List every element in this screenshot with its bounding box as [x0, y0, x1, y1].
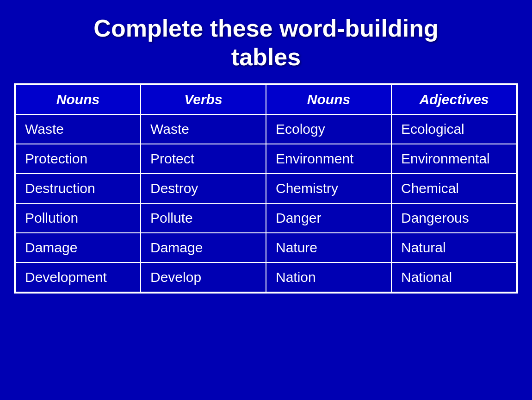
- cell-r1-c3: Environmental: [391, 144, 517, 174]
- cell-r5-c1: Develop: [141, 262, 266, 292]
- cell-r3-c0: Pollution: [15, 203, 141, 233]
- cell-r2-c3: Chemical: [391, 174, 517, 203]
- header-nouns-2: Nouns: [266, 85, 391, 114]
- cell-r1-c2: Environment: [266, 144, 391, 174]
- header-nouns-1: Nouns: [15, 85, 141, 114]
- cell-r5-c3: National: [391, 262, 517, 292]
- cell-r3-c3: Dangerous: [391, 203, 517, 233]
- table-header-row: Nouns Verbs Nouns Adjectives: [15, 85, 517, 114]
- cell-r0-c2: Ecology: [266, 114, 391, 144]
- cell-r2-c2: Chemistry: [266, 174, 391, 203]
- table-row: DamageDamageNatureNatural: [15, 233, 517, 262]
- cell-r3-c2: Danger: [266, 203, 391, 233]
- table-row: DevelopmentDevelopNationNational: [15, 262, 517, 292]
- cell-r0-c3: Ecological: [391, 114, 517, 144]
- table-row: DestructionDestroyChemistryChemical: [15, 174, 517, 203]
- cell-r5-c0: Development: [15, 262, 141, 292]
- cell-r4-c2: Nature: [266, 233, 391, 262]
- header-verbs: Verbs: [141, 85, 266, 114]
- header-adjectives: Adjectives: [391, 85, 517, 114]
- cell-r1-c0: Protection: [15, 144, 141, 174]
- table-row: WasteWasteEcologyEcological: [15, 114, 517, 144]
- cell-r4-c1: Damage: [141, 233, 266, 262]
- cell-r2-c0: Destruction: [15, 174, 141, 203]
- cell-r1-c1: Protect: [141, 144, 266, 174]
- cell-r2-c1: Destroy: [141, 174, 266, 203]
- word-building-table: Nouns Verbs Nouns Adjectives WasteWasteE…: [14, 83, 518, 294]
- cell-r0-c1: Waste: [141, 114, 266, 144]
- cell-r4-c0: Damage: [15, 233, 141, 262]
- table-row: PollutionPolluteDangerDangerous: [15, 203, 517, 233]
- cell-r4-c3: Natural: [391, 233, 517, 262]
- table-row: ProtectionProtectEnvironmentEnvironmenta…: [15, 144, 517, 174]
- cell-r3-c1: Pollute: [141, 203, 266, 233]
- cell-r0-c0: Waste: [15, 114, 141, 144]
- page-title: Complete these word-building tables: [93, 14, 438, 72]
- cell-r5-c2: Nation: [266, 262, 391, 292]
